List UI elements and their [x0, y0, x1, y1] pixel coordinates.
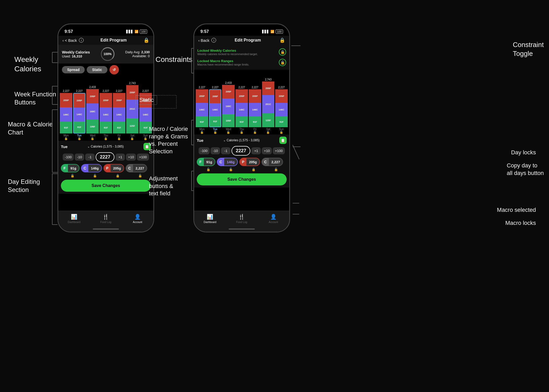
adj-minus10-left[interactable]: -10: [75, 154, 84, 161]
day-edit-name-left: Tue: [61, 144, 68, 149]
tab-dashboard-label-right: Dashboard: [204, 221, 216, 224]
macro-pill-fat-left[interactable]: F 91g: [61, 164, 79, 172]
account-icon-left: 👤: [134, 214, 141, 220]
adj-minus100-right[interactable]: -100: [199, 147, 210, 154]
adj-value-input-left[interactable]: [96, 152, 114, 162]
chart-col-mon-right[interactable]: 2,227 205P 146C 91F: [196, 86, 208, 127]
macro-lock-carb-right[interactable]: 🔓: [221, 168, 242, 171]
macro-lock-fat-right[interactable]: 🔓: [198, 168, 219, 171]
macro-lock-carb-left[interactable]: 🔓: [85, 174, 106, 178]
chart-col-thu-right[interactable]: 2,227 205P 146C 91F: [235, 86, 248, 127]
info-icon-left[interactable]: i: [79, 38, 84, 43]
home-indicator-left: [93, 229, 119, 230]
adj-minus100-left[interactable]: -100: [63, 154, 74, 161]
copy-day-button-right[interactable]: 📋: [279, 137, 287, 144]
annotation-copy-day: Copy day toall days button: [507, 162, 544, 177]
adj-plus100-right[interactable]: +100: [273, 147, 285, 154]
back-button-right[interactable]: ‹ Back i: [198, 38, 216, 43]
adj-value-input-right[interactable]: [232, 146, 250, 156]
dashboard-icon-right: 📊: [207, 214, 213, 220]
wifi-icon-right: 📶: [270, 30, 274, 33]
chart-col-tue-right[interactable]: 2,227 205P 146C 91F: [209, 86, 222, 127]
constraint-macro-lock-right[interactable]: 🔒: [279, 59, 286, 66]
chart-col-fri-left[interactable]: 2,227 205P 146C 91F: [113, 90, 125, 133]
weekly-calories-title-left: Weekly Calories: [62, 50, 90, 54]
macro-lock-fat-left[interactable]: 🔓: [62, 174, 83, 178]
chart-col-wed-right[interactable]: 2,433 205P 168C 105F: [222, 81, 235, 127]
adj-minus1-left[interactable]: -1: [85, 154, 95, 161]
chart-col-sat-left[interactable]: 2,743 205P 201C 125F: [126, 82, 139, 133]
back-button-left[interactable]: ‹ < Back i: [62, 38, 84, 43]
adj-plus1-right[interactable]: +1: [251, 147, 261, 154]
day-edit-dropdown-left[interactable]: ⌄ Calories (1,575 - 3,085): [87, 145, 124, 148]
static-button-left[interactable]: Static: [87, 66, 107, 73]
tab-foodlog-left[interactable]: 🍴 Food Log: [90, 214, 122, 224]
reset-button-left[interactable]: ↺: [109, 65, 119, 74]
chart-col-mon-left[interactable]: 2,227 205P 146C 91F: [60, 90, 72, 133]
chart-col-tue-left[interactable]: 2,227 205P 146C 91F: [73, 90, 86, 133]
info-icon-right[interactable]: i: [211, 38, 216, 43]
constraint-macro-desc-right: Macros have recommended range limits.: [197, 63, 249, 66]
constraints-section-right: Locked Weekly Calories Weekly calories l…: [194, 45, 289, 70]
dropdown-label-left: Calories (1,575 - 3,085): [91, 145, 124, 148]
macro-lock-protein-left[interactable]: 🔒: [107, 174, 128, 178]
adj-minus1-right[interactable]: -1: [221, 147, 230, 154]
wifi-icon-left: 📶: [135, 30, 138, 33]
chart-col-wed-left[interactable]: 2,433 205P 168C 105F: [86, 86, 99, 133]
day-edit-dropdown-right[interactable]: ⌄ Calories (1,575 - 3,085): [223, 138, 259, 142]
foodlog-icon-left: 🍴: [102, 214, 109, 220]
signal-icon-right: ▋▋▋: [262, 30, 269, 33]
annotation-constraint-toggle: ConstraintToggle: [513, 40, 544, 58]
chart-col-thu-left[interactable]: 2,227 205P 146C 91F: [100, 90, 112, 133]
weekly-calories-right-left: Daily Avg: 2,330 Available: 0: [125, 50, 150, 58]
tab-dashboard-left[interactable]: 📊 Dashboard: [58, 214, 90, 224]
macro-lock-cal-left[interactable]: 🔓: [130, 174, 151, 178]
macro-pill-fat-right[interactable]: F 91g: [197, 158, 215, 166]
macro-lock-protein-right[interactable]: 🔒: [243, 168, 264, 171]
macro-pill-cal-right[interactable]: C 2,227: [262, 158, 283, 166]
annotation-macro-range: Macro / Calorierange & Gramsvs. PercentS…: [149, 125, 188, 155]
spread-button-left[interactable]: Spread: [62, 66, 85, 73]
annotation-adjustment: Adjustmentbuttons &text field: [149, 175, 178, 197]
macro-lock-cal-right[interactable]: 🔓: [266, 168, 287, 171]
adjustment-buttons-right: -100 -10 -1 +1 +10 +100: [197, 146, 287, 156]
chart-col-sun-right[interactable]: 2,227 205P 146C 91F: [275, 86, 288, 127]
constraint-macro-right: Locked Macro Ranges Macros have recommen…: [197, 57, 286, 68]
tab-foodlog-right[interactable]: 🍴 Food Log: [226, 214, 257, 224]
lock-icon-left[interactable]: 🔒: [143, 37, 149, 43]
constraint-weekly-lock-right[interactable]: 🔒: [279, 48, 286, 56]
tab-account-left[interactable]: 👤 Account: [122, 214, 153, 224]
tab-dashboard-right[interactable]: 📊 Dashboard: [194, 214, 226, 224]
tab-account-right[interactable]: 👤 Account: [258, 214, 289, 224]
chart-area-left: 2,227 205P 146C 91F 2,227 205P 146C 91F …: [58, 76, 153, 133]
adj-plus100-left[interactable]: +100: [137, 154, 149, 161]
macro-pill-protein-left[interactable]: P 205g: [103, 164, 124, 172]
phone-left: 9:57 ▋▋▋ 📶 100 ‹ < Back i Edit Program 🔒…: [57, 24, 154, 232]
weekly-calories-circle-left: 100%: [101, 47, 114, 61]
chart-col-sat-right[interactable]: 2,743 205P 201C 125F: [262, 78, 275, 127]
account-icon-right: 👤: [270, 214, 277, 220]
save-button-left[interactable]: Save Changes: [61, 180, 151, 192]
nav-title-right: Edit Program: [235, 38, 261, 43]
nav-title-left: Edit Program: [100, 38, 126, 43]
macro-pills-right: F 91g C 146g P 205g C 2,227: [197, 158, 287, 166]
macro-pill-protein-right[interactable]: P 205g: [239, 158, 260, 166]
macro-pill-carb-right[interactable]: C 146g: [217, 158, 238, 166]
status-bar-right: 9:57 ▋▋▋ 📶 100: [194, 24, 289, 36]
macro-pill-cal-left[interactable]: C 2,227: [126, 164, 147, 172]
battery-icon-right: 100: [276, 30, 283, 34]
adj-plus10-left[interactable]: +10: [126, 154, 136, 161]
phone-right: 9:57 ▋▋▋ 📶 100 ‹ Back i Edit Program 🔒 L…: [193, 24, 290, 232]
tab-account-label-left: Account: [133, 221, 142, 224]
macro-pill-carb-left[interactable]: C 146g: [81, 164, 102, 172]
adj-plus1-left[interactable]: +1: [115, 154, 125, 161]
circle-pct-left: 100%: [103, 52, 112, 56]
save-button-right[interactable]: Save Changes: [197, 173, 287, 185]
lock-icon-right[interactable]: 🔒: [279, 37, 285, 43]
macro-lock-row-right: 🔓 🔓 🔒 🔓: [197, 168, 287, 171]
dashboard-icon-left: 📊: [71, 214, 77, 220]
adj-plus10-right[interactable]: +10: [262, 147, 272, 154]
function-buttons-left: Spread Static ↺: [58, 63, 153, 76]
adj-minus10-right[interactable]: -10: [211, 147, 220, 154]
chart-col-fri-right[interactable]: 2,227 205P 146C 91F: [249, 86, 261, 127]
